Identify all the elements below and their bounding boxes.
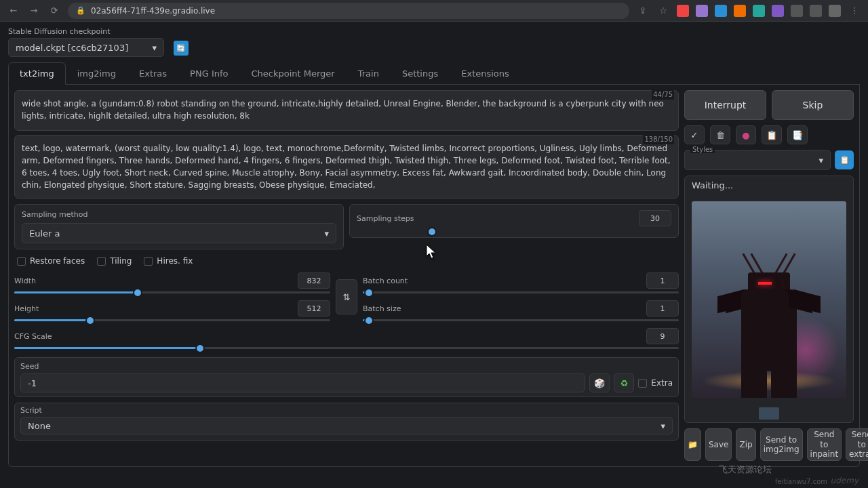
seed-label: Seed (20, 362, 673, 371)
extension-icon[interactable] (715, 5, 727, 17)
chevron-down-icon: ▾ (818, 155, 823, 165)
seed-input[interactable]: -1 (20, 373, 585, 392)
result-status: Waiting... (685, 176, 853, 195)
tab-checkpoint-merger[interactable]: Checkpoint Merger (239, 62, 346, 84)
result-image[interactable] (692, 201, 846, 398)
checkpoint-label: Stable Diffusion checkpoint (8, 27, 164, 36)
swap-icon: ⇅ (343, 292, 351, 302)
negative-prompt-text: text, logo, watermark, (worst quality, l… (22, 144, 671, 190)
tab-settings[interactable]: Settings (391, 62, 450, 84)
sampling-method-value: Euler a (29, 228, 60, 239)
negative-token-counter: 138/150 (643, 134, 674, 144)
tab-txt2img[interactable]: txt2img (8, 62, 66, 85)
browser-chrome: ← → ⟳ 🔒 02a56ff4-71ff-439e.gradio.live ⇪… (0, 0, 868, 22)
prompt-input[interactable]: 44/75 wide shot angle, a (gundam:0.8) ro… (14, 90, 679, 131)
checkpoint-value: model.ckpt [cc6cb27103] (16, 43, 128, 53)
send-img2img-button[interactable]: Send to img2img (760, 428, 803, 461)
apply-style-button[interactable]: 📋 (835, 150, 854, 169)
tab-png-info[interactable]: PNG Info (178, 62, 239, 84)
send-extras-button[interactable]: Send to extras (846, 428, 868, 461)
quick-action-button-2[interactable]: ● (736, 125, 756, 144)
tab-img2img[interactable]: img2img (66, 62, 127, 84)
quick-action-button-0[interactable]: ✓ (684, 125, 705, 144)
checkbox-row: Restore faces Tiling Hires. fix (14, 253, 679, 268)
checkpoint-row: Stable Diffusion checkpoint model.ckpt [… (8, 27, 860, 57)
height-value[interactable]: 512 (298, 300, 330, 317)
extension-icon[interactable] (829, 5, 841, 17)
batch-count-value[interactable]: 1 (646, 272, 679, 289)
extension-icon[interactable] (696, 5, 708, 17)
sampling-method-label: Sampling method (22, 210, 336, 219)
extension-icon[interactable] (734, 5, 746, 17)
tiling-check[interactable]: Tiling (97, 256, 132, 266)
skip-button[interactable]: Skip (772, 90, 854, 120)
url-bar[interactable]: 🔒 02a56ff4-71ff-439e.gradio.live (68, 3, 629, 19)
quick-action-button-1[interactable]: 🗑 (710, 125, 730, 144)
tab-extras[interactable]: Extras (127, 62, 178, 84)
batch-size-value[interactable]: 1 (646, 300, 679, 317)
open-folder-button[interactable]: 📁 (684, 428, 701, 461)
negative-prompt-input[interactable]: 138/150 text, logo, watermark, (worst qu… (14, 135, 679, 199)
sampling-method-select[interactable]: Euler a ▾ (22, 223, 336, 243)
styles-select[interactable]: Styles ▾ (684, 150, 831, 170)
watermark-text: 飞天资源论坛 (719, 464, 772, 476)
extension-icon[interactable] (772, 5, 784, 17)
watermark-url: feitianwu7.com (775, 478, 827, 485)
sampling-steps-value[interactable]: 30 (639, 210, 671, 226)
menu-dots-icon[interactable]: ⋮ (848, 4, 861, 18)
extension-icon[interactable] (753, 5, 765, 17)
nav-reload-icon[interactable]: ⟳ (47, 4, 61, 18)
seed-extra-check[interactable]: Extra (638, 378, 673, 388)
batch-size-slider[interactable] (363, 319, 679, 321)
width-value[interactable]: 832 (298, 272, 330, 289)
chevron-down-icon: ▾ (152, 43, 157, 53)
save-button[interactable]: Save (705, 428, 732, 461)
tab-panel: 44/75 wide shot angle, a (gundam:0.8) ro… (8, 85, 860, 467)
script-value: None (28, 421, 51, 431)
main-tabs: txt2imgimg2imgExtrasPNG InfoCheckpoint M… (8, 62, 860, 85)
batch-count-label: Batch count (363, 277, 408, 285)
checkpoint-refresh-button[interactable]: 🔄 (174, 41, 189, 56)
share-icon[interactable]: ⇪ (636, 4, 650, 18)
width-slider[interactable] (14, 291, 330, 293)
sampling-method-box: Sampling method Euler a ▾ (14, 204, 344, 249)
nav-back-icon[interactable]: ← (7, 4, 20, 18)
swap-dimensions-button[interactable]: ⇅ (336, 279, 357, 314)
result-panel: Waiting... ✕ (684, 176, 854, 423)
seed-random-button[interactable]: 🎲 (589, 373, 610, 392)
tab-extensions[interactable]: Extensions (450, 62, 521, 84)
width-label: Width (14, 277, 52, 285)
bookmark-star-icon[interactable]: ☆ (656, 4, 670, 18)
height-slider[interactable] (14, 319, 330, 321)
quick-action-button-4[interactable]: 📑 (787, 125, 808, 144)
script-select[interactable]: None ▾ (20, 417, 673, 434)
script-label: Script (20, 406, 673, 415)
batch-count-slider[interactable] (363, 291, 679, 293)
cfg-slider[interactable] (14, 347, 679, 349)
cfg-label: CFG Scale (14, 332, 52, 341)
clipboard-icon: 📋 (840, 155, 850, 165)
extension-icon[interactable] (677, 5, 689, 17)
folder-icon: 📁 (688, 440, 698, 449)
restore-faces-check[interactable]: Restore faces (17, 256, 85, 266)
extension-icon[interactable] (810, 5, 822, 17)
send-inpaint-button[interactable]: Send to inpaint (807, 428, 842, 461)
seed-reuse-button[interactable]: ♻ (614, 373, 634, 392)
chevron-down-icon: ▾ (324, 228, 329, 239)
result-thumbnail[interactable] (759, 407, 779, 420)
tab-train[interactable]: Train (347, 62, 391, 84)
sampling-steps-label: Sampling steps (357, 214, 414, 223)
nav-forward-icon[interactable]: → (27, 4, 41, 18)
recycle-icon: ♻ (620, 378, 628, 388)
seed-box: Seed -1 🎲 ♻ Extra (14, 357, 679, 397)
checkpoint-select[interactable]: model.ckpt [cc6cb27103] ▾ (8, 38, 164, 57)
quick-action-button-3[interactable]: 📋 (762, 125, 782, 144)
chevron-down-icon: ▾ (660, 421, 665, 431)
cfg-value[interactable]: 9 (646, 328, 679, 344)
extension-icon[interactable] (791, 5, 803, 17)
zip-button[interactable]: Zip (736, 428, 755, 461)
hires-fix-check[interactable]: Hires. fix (144, 256, 193, 266)
interrupt-button[interactable]: Interrupt (684, 90, 766, 120)
dice-icon: 🎲 (594, 378, 605, 388)
prompt-token-counter: 44/75 (652, 89, 674, 100)
